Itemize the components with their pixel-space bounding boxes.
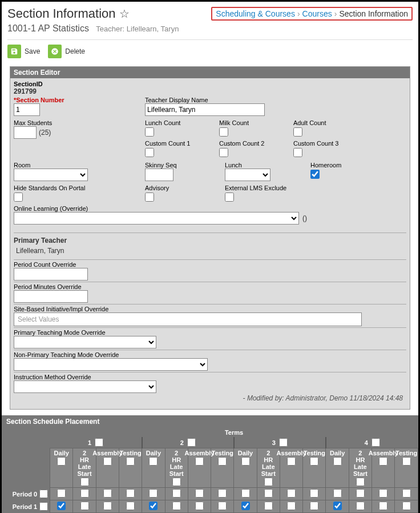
schedule-col-checkbox[interactable]	[264, 478, 273, 486]
schedule-cell-checkbox[interactable]	[80, 502, 89, 510]
homeroom-checkbox[interactable]	[310, 170, 320, 179]
schedule-cell-checkbox[interactable]	[103, 489, 112, 498]
section-editor-panel: Section Editor SectionID 291799 *Section…	[10, 66, 410, 410]
milk-count-checkbox[interactable]	[219, 127, 228, 137]
schedule-col-checkbox[interactable]	[172, 478, 181, 486]
schedule-col-checkbox[interactable]	[356, 478, 365, 486]
schedule-cell-checkbox[interactable]	[126, 489, 135, 498]
schedule-cell-checkbox[interactable]	[126, 502, 135, 510]
non-primary-teaching-mode-select[interactable]	[14, 358, 208, 371]
schedule-col-checkbox[interactable]	[80, 478, 89, 486]
adult-count-checkbox[interactable]	[293, 127, 302, 137]
schedule-col-checkbox[interactable]	[103, 457, 112, 466]
period-minutes-override-label: Period Minutes Override	[14, 283, 406, 290]
lunch-select[interactable]	[225, 169, 270, 181]
schedule-col-checkbox[interactable]	[379, 457, 387, 466]
cc2-checkbox[interactable]	[219, 148, 228, 157]
skinny-seq-label: Skinny Seq	[145, 162, 213, 169]
schedule-col-checkbox[interactable]	[57, 457, 66, 466]
schedule-col-label: 2HRLateStart	[169, 450, 184, 477]
schedule-cell-checkbox[interactable]	[57, 489, 66, 498]
schedule-cell-checkbox[interactable]	[149, 489, 158, 498]
schedule-col-label: Testing	[304, 450, 325, 456]
schedule-cell-checkbox[interactable]	[103, 502, 112, 510]
delete-button[interactable]: Delete	[48, 45, 85, 58]
schedule-cell-checkbox[interactable]	[149, 502, 158, 510]
term-checkbox[interactable]	[279, 438, 288, 447]
max-students-label: Max Students	[14, 119, 134, 126]
schedule-cell-checkbox[interactable]	[218, 502, 227, 510]
schedule-cell-checkbox[interactable]	[264, 502, 273, 510]
schedule-col-checkbox[interactable]	[195, 457, 204, 466]
period-count-override-input[interactable]	[14, 268, 88, 280]
site-based-initiative-select[interactable]: Select Values	[14, 312, 362, 326]
term-label: 1	[88, 439, 91, 446]
schedule-col-label: 2HRLateStart	[78, 450, 92, 477]
schedule-cell-checkbox[interactable]	[287, 502, 296, 510]
term-checkbox[interactable]	[187, 438, 196, 447]
schedule-cell-checkbox[interactable]	[195, 502, 204, 510]
schedule-cell-checkbox[interactable]	[264, 489, 273, 498]
schedule-col-checkbox[interactable]	[241, 457, 250, 466]
instruction-method-select[interactable]	[14, 380, 156, 393]
modified-by: - Modified by: Administrator, Demo 11/18…	[14, 393, 406, 406]
section-number-input[interactable]	[14, 103, 40, 116]
cc3-checkbox[interactable]	[293, 148, 302, 157]
period-checkbox[interactable]	[39, 490, 48, 498]
primary-teaching-mode-select[interactable]	[14, 336, 156, 348]
schedule-cell-checkbox[interactable]	[241, 502, 250, 510]
cc3-label: Custom Count 3	[293, 140, 350, 147]
schedule-cell-checkbox[interactable]	[356, 502, 365, 510]
online-learning-label: Online Learning (Override)	[14, 205, 406, 212]
schedule-cell-checkbox[interactable]	[310, 502, 318, 510]
schedule-cell-checkbox[interactable]	[241, 489, 250, 498]
schedule-cell-checkbox[interactable]	[333, 502, 342, 510]
schedule-cell-checkbox[interactable]	[218, 489, 227, 498]
schedule-col-checkbox[interactable]	[333, 457, 342, 466]
schedule-panel-header: Section Schedule Placement	[2, 415, 418, 428]
schedule-col-checkbox[interactable]	[149, 457, 158, 466]
page-title: Section Information	[7, 6, 116, 21]
breadcrumb-courses[interactable]: Courses	[302, 9, 332, 18]
schedule-cell-checkbox[interactable]	[172, 502, 181, 510]
breadcrumb-scheduling[interactable]: Scheduling & Courses	[216, 9, 295, 18]
skinny-seq-input[interactable]	[145, 169, 173, 181]
room-select[interactable]	[14, 169, 88, 181]
schedule-cell-checkbox[interactable]	[287, 489, 296, 498]
favorite-star-icon[interactable]: ☆	[119, 7, 130, 21]
schedule-col-checkbox[interactable]	[402, 457, 411, 466]
period-checkbox[interactable]	[39, 502, 48, 511]
schedule-col-checkbox[interactable]	[310, 457, 318, 466]
schedule-cell-checkbox[interactable]	[402, 502, 411, 510]
lunch-count-checkbox[interactable]	[145, 127, 154, 137]
schedule-cell-checkbox[interactable]	[195, 489, 204, 498]
term-checkbox[interactable]	[95, 438, 103, 447]
term-label: 4	[365, 439, 368, 446]
schedule-col-checkbox[interactable]	[218, 457, 227, 466]
teacher-display-input[interactable]	[145, 103, 265, 116]
schedule-cell-checkbox[interactable]	[310, 489, 318, 498]
schedule-cell-checkbox[interactable]	[333, 489, 342, 498]
period-minutes-override-input[interactable]	[14, 290, 88, 303]
max-students-input[interactable]	[14, 126, 37, 139]
schedule-col-checkbox[interactable]	[126, 457, 135, 466]
homeroom-label: Homeroom	[310, 162, 368, 169]
schedule-cell-checkbox[interactable]	[356, 489, 365, 498]
delete-label: Delete	[65, 47, 85, 55]
hide-standards-checkbox[interactable]	[14, 193, 23, 202]
term-checkbox[interactable]	[371, 438, 380, 447]
online-learning-paren: ()	[302, 214, 307, 222]
schedule-cell-checkbox[interactable]	[172, 489, 181, 498]
schedule-cell-checkbox[interactable]	[80, 489, 89, 498]
schedule-cell-checkbox[interactable]	[379, 489, 387, 498]
schedule-col-checkbox[interactable]	[287, 457, 296, 466]
cc1-checkbox[interactable]	[145, 148, 154, 157]
advisory-checkbox[interactable]	[145, 193, 154, 202]
schedule-cell-checkbox[interactable]	[57, 502, 66, 510]
save-button[interactable]: Save	[7, 45, 40, 58]
schedule-cell-checkbox[interactable]	[379, 502, 387, 510]
online-learning-select[interactable]	[14, 212, 299, 225]
external-lms-checkbox[interactable]	[225, 193, 234, 202]
schedule-cell-checkbox[interactable]	[402, 489, 411, 498]
primary-teacher-header: Primary Teacher	[14, 234, 406, 246]
